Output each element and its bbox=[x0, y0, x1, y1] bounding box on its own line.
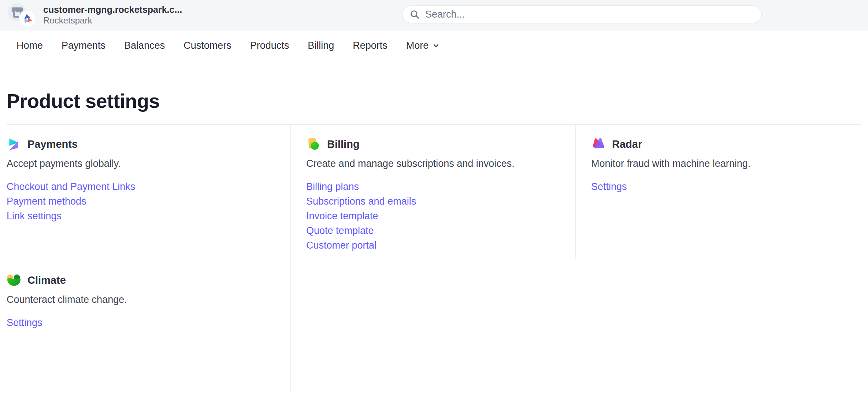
nav-item-products[interactable]: Products bbox=[250, 40, 289, 51]
main-nav: Home Payments Balances Customers Product… bbox=[0, 30, 868, 61]
link-checkout-and-payment-links[interactable]: Checkout and Payment Links bbox=[7, 179, 135, 194]
card-billing: Billing Create and manage subscriptions … bbox=[291, 125, 576, 259]
nav-item-payments[interactable]: Payments bbox=[62, 40, 105, 51]
settings-grid: Payments Accept payments globally. Check… bbox=[7, 124, 861, 393]
card-title: Payments bbox=[27, 138, 78, 150]
account-name: customer-mgng.rocketspark.c... bbox=[43, 4, 182, 15]
account-subtitle: Rocketspark bbox=[43, 15, 182, 26]
account-switcher[interactable]: customer-mgng.rocketspark.c... Rocketspa… bbox=[8, 1, 182, 28]
card-radar: Radar Monitor fraud with machine learnin… bbox=[576, 125, 861, 259]
link-subscriptions-and-emails[interactable]: Subscriptions and emails bbox=[306, 194, 416, 209]
link-billing-plans[interactable]: Billing plans bbox=[306, 179, 359, 194]
nav-item-billing[interactable]: Billing bbox=[308, 40, 334, 51]
link-invoice-template[interactable]: Invoice template bbox=[306, 209, 378, 223]
billing-icon bbox=[307, 137, 320, 151]
search-input[interactable] bbox=[425, 9, 755, 20]
card-payments: Payments Accept payments globally. Check… bbox=[7, 125, 291, 259]
chevron-down-icon bbox=[432, 42, 440, 50]
card-description: Create and manage subscriptions and invo… bbox=[306, 157, 561, 170]
top-header: customer-mgng.rocketspark.c... Rocketspa… bbox=[0, 0, 868, 30]
empty-cell bbox=[291, 259, 576, 393]
link-payment-methods[interactable]: Payment methods bbox=[7, 194, 86, 209]
main-content: Product settings bbox=[0, 61, 868, 393]
link-quote-template[interactable]: Quote template bbox=[306, 223, 374, 238]
nav-item-more[interactable]: More bbox=[406, 40, 440, 51]
link-customer-portal[interactable]: Customer portal bbox=[306, 238, 376, 253]
nav-item-balances[interactable]: Balances bbox=[124, 40, 165, 51]
page-title: Product settings bbox=[7, 61, 861, 111]
payments-icon bbox=[7, 137, 21, 151]
link-link-settings[interactable]: Link settings bbox=[7, 209, 62, 223]
card-description: Counteract climate change. bbox=[7, 293, 276, 306]
nav-item-home[interactable]: Home bbox=[16, 40, 43, 51]
card-description: Monitor fraud with machine learning. bbox=[591, 157, 847, 170]
radar-icon bbox=[591, 137, 605, 151]
rocketspark-logo-icon bbox=[22, 13, 33, 24]
card-title: Billing bbox=[327, 138, 360, 150]
account-avatar bbox=[8, 1, 37, 28]
card-description: Accept payments globally. bbox=[7, 157, 276, 170]
card-title: Climate bbox=[27, 274, 66, 286]
link-climate-settings[interactable]: Settings bbox=[7, 315, 42, 330]
search-icon bbox=[410, 10, 420, 19]
nav-item-customers[interactable]: Customers bbox=[183, 40, 231, 51]
search-bar[interactable] bbox=[402, 6, 762, 23]
climate-icon bbox=[7, 273, 21, 287]
card-climate: Climate Counteract climate change. Setti… bbox=[7, 259, 291, 393]
empty-cell bbox=[576, 259, 861, 393]
nav-item-reports[interactable]: Reports bbox=[353, 40, 387, 51]
link-radar-settings[interactable]: Settings bbox=[591, 179, 627, 194]
card-title: Radar bbox=[612, 138, 642, 150]
